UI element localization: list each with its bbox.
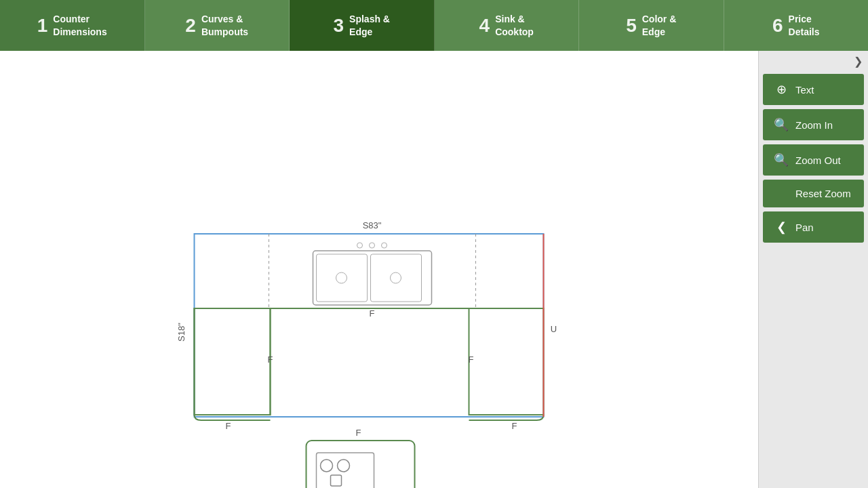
svg-point-10 — [382, 243, 387, 248]
main-content: F F F F F S83" S18" U F — [0, 51, 868, 488]
pan-button[interactable]: ❮ Pan — [763, 211, 864, 243]
svg-text:F: F — [512, 421, 517, 431]
text-button[interactable]: ⊕ Text — [763, 74, 864, 105]
step-4-number: 4 — [479, 16, 490, 35]
svg-text:F: F — [356, 428, 361, 438]
step-2-number: 2 — [185, 16, 196, 35]
svg-text:F: F — [469, 354, 474, 365]
reset-zoom-button[interactable]: Reset Zoom — [763, 180, 864, 207]
step-5-label: Color &Edge — [642, 13, 677, 37]
right-sidebar: ❯ ⊕ Text 🔍 Zoom In 🔍 Zoom Out Reset Zoom… — [758, 51, 868, 488]
zoom-out-label: Zoom Out — [795, 155, 841, 166]
svg-rect-14 — [469, 308, 544, 415]
svg-rect-25 — [307, 441, 415, 488]
step-6-number: 6 — [772, 16, 783, 35]
pan-icon: ❮ — [774, 220, 789, 235]
step-5-number: 5 — [626, 16, 637, 35]
svg-text:F: F — [268, 354, 273, 365]
step-1-number: 1 — [37, 16, 48, 35]
svg-rect-28 — [317, 453, 374, 488]
counter-diagram-svg: F F F F F S83" S18" U F — [0, 51, 758, 488]
step-6-label: PriceDetails — [789, 13, 820, 37]
step-6-price-details[interactable]: 6 PriceDetails — [724, 0, 869, 51]
step-3-splash-edge[interactable]: 3 Splash &Edge — [290, 0, 435, 51]
zoom-in-button[interactable]: 🔍 Zoom In — [763, 109, 864, 140]
step-1-counter-dimensions[interactable]: 1 CounterDimensions — [0, 0, 145, 51]
svg-rect-12 — [195, 308, 271, 415]
step-3-number: 3 — [334, 16, 344, 35]
svg-text:S83": S83" — [363, 220, 382, 230]
step-5-color-edge[interactable]: 5 Color &Edge — [579, 0, 724, 51]
text-button-label: Text — [795, 84, 814, 96]
svg-rect-31 — [331, 475, 342, 486]
canvas-area[interactable]: F F F F F S83" S18" U F — [0, 51, 758, 488]
svg-rect-4 — [317, 254, 368, 302]
collapse-button[interactable]: ❯ — [854, 55, 863, 68]
svg-point-7 — [391, 272, 401, 283]
svg-rect-5 — [371, 254, 422, 302]
svg-point-9 — [370, 243, 375, 248]
svg-point-8 — [357, 243, 363, 248]
svg-text:S18": S18" — [176, 323, 186, 342]
svg-rect-13 — [195, 308, 271, 415]
svg-point-30 — [338, 460, 350, 472]
step-2-label: Curves &Bumpouts — [201, 13, 248, 37]
svg-text:F: F — [226, 421, 231, 431]
zoom-out-button[interactable]: 🔍 Zoom Out — [763, 144, 864, 176]
text-add-icon: ⊕ — [774, 82, 789, 97]
sidebar-collapse-bar: ❯ — [759, 51, 868, 72]
step-2-curves-bumpouts[interactable]: 2 Curves &Bumpouts — [145, 0, 290, 51]
zoom-in-icon: 🔍 — [774, 117, 789, 132]
step-3-label: Splash &Edge — [349, 13, 390, 37]
zoom-out-icon: 🔍 — [774, 152, 789, 167]
step-1-label: CounterDimensions — [53, 13, 106, 37]
svg-point-6 — [336, 272, 347, 283]
zoom-in-label: Zoom In — [795, 119, 833, 131]
svg-point-29 — [321, 460, 333, 472]
step-4-sink-cooktop[interactable]: 4 Sink &Cooktop — [435, 0, 580, 51]
svg-rect-3 — [313, 251, 432, 305]
svg-rect-0 — [195, 234, 544, 417]
step-4-label: Sink &Cooktop — [495, 13, 534, 37]
reset-zoom-label: Reset Zoom — [795, 188, 851, 199]
pan-label: Pan — [795, 222, 814, 233]
svg-text:U: U — [551, 324, 557, 334]
top-navigation: 1 CounterDimensions 2 Curves &Bumpouts 3… — [0, 0, 868, 51]
svg-text:F: F — [370, 308, 375, 319]
